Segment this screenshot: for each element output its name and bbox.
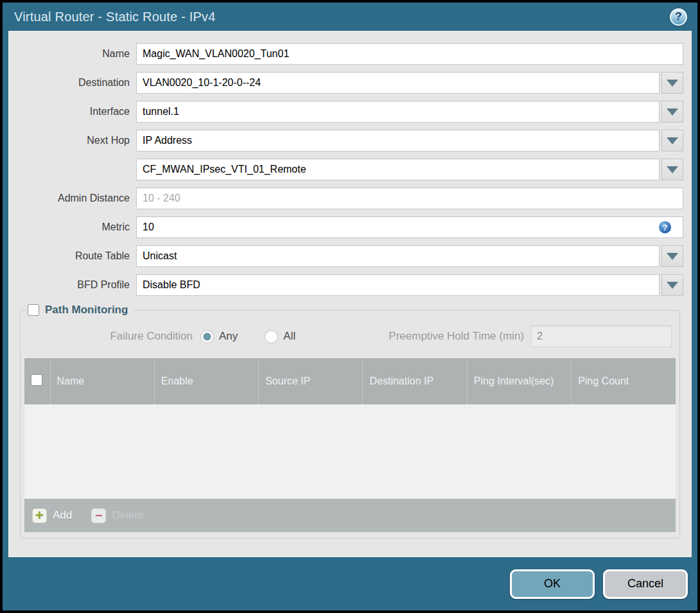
failure-condition-radios: Any All	[200, 330, 295, 343]
delete-button[interactable]: − Delete	[91, 508, 143, 523]
admin-distance-input[interactable]	[136, 187, 683, 209]
next-hop-address-row	[9, 159, 691, 180]
chevron-down-icon	[667, 80, 678, 87]
failure-condition-all-option[interactable]: All	[265, 330, 295, 343]
metric-row: Metric ?	[9, 216, 691, 238]
bfd-profile-input[interactable]	[136, 274, 660, 296]
column-header-ping-count: Ping Count	[572, 358, 676, 404]
name-input[interactable]	[136, 43, 683, 65]
admin-distance-label: Admin Distance	[9, 193, 130, 204]
interface-input[interactable]	[136, 101, 660, 123]
next-hop-address-dropdown-button[interactable]	[661, 159, 683, 180]
next-hop-address-input[interactable]	[136, 159, 660, 180]
dialog-body: Name Destination Interface	[8, 31, 692, 557]
destination-input[interactable]	[136, 72, 660, 94]
path-monitoring-section: Path Monitoring Failure Condition Any Al…	[20, 304, 680, 539]
name-row: Name	[9, 43, 691, 65]
metric-help-icon[interactable]: ?	[659, 221, 671, 234]
destination-label: Destination	[9, 77, 130, 89]
minus-icon: −	[91, 508, 106, 523]
chevron-down-icon	[667, 253, 678, 260]
static-route-dialog: Virtual Router - Static Route - IPv4 ? N…	[0, 0, 700, 613]
cancel-button[interactable]: Cancel	[603, 569, 688, 599]
plus-icon: +	[32, 508, 47, 523]
column-header-enable: Enable	[154, 358, 258, 404]
path-monitoring-title: Path Monitoring	[45, 304, 128, 316]
bfd-profile-dropdown-button[interactable]	[661, 274, 683, 296]
add-button[interactable]: + Add	[32, 508, 72, 523]
next-hop-type-dropdown-button[interactable]	[661, 130, 683, 151]
next-hop-label: Next Hop	[9, 135, 130, 146]
metric-input[interactable]	[136, 216, 683, 238]
chevron-down-icon	[667, 108, 678, 116]
dialog-button-bar: OK Cancel	[3, 557, 697, 610]
interface-dropdown-button[interactable]	[661, 101, 683, 123]
select-all-checkbox[interactable]	[31, 374, 42, 386]
interface-label: Interface	[9, 106, 130, 117]
column-header-source-ip: Source IP	[259, 358, 363, 404]
column-header-destination-ip: Destination IP	[363, 358, 467, 404]
route-table-label: Route Table	[9, 250, 130, 262]
all-radio[interactable]	[265, 330, 278, 343]
admin-distance-row: Admin Distance	[9, 187, 691, 209]
chevron-down-icon	[667, 137, 678, 144]
table-footer: + Add − Delete	[24, 499, 676, 532]
help-icon[interactable]: ?	[670, 8, 687, 26]
destination-row: Destination	[9, 72, 691, 94]
name-label: Name	[9, 48, 130, 60]
table-empty-body	[24, 404, 676, 499]
next-hop-row: Next Hop	[9, 130, 691, 151]
column-header-name: Name	[50, 358, 154, 404]
dialog-titlebar: Virtual Router - Static Route - IPv4 ?	[3, 3, 697, 31]
any-radio[interactable]	[200, 330, 214, 343]
destination-dropdown-button[interactable]	[661, 72, 683, 94]
chevron-down-icon	[667, 282, 678, 289]
dialog-title: Virtual Router - Static Route - IPv4	[14, 10, 216, 24]
route-table-dropdown-button[interactable]	[661, 245, 683, 267]
column-header-ping-interval: Ping Interval(sec)	[467, 358, 571, 404]
next-hop-type-input[interactable]	[136, 130, 660, 151]
path-monitoring-table: Name Enable Source IP Destination IP Pin…	[24, 358, 676, 532]
failure-condition-any-option[interactable]: Any	[200, 330, 238, 343]
failure-condition-row: Failure Condition Any All Preemptive Hol…	[24, 325, 676, 347]
ok-button[interactable]: OK	[510, 569, 595, 599]
interface-row: Interface	[9, 101, 691, 123]
chevron-down-icon	[667, 166, 678, 173]
metric-label: Metric	[9, 221, 130, 233]
bfd-profile-label: BFD Profile	[9, 279, 130, 291]
bfd-profile-row: BFD Profile	[9, 274, 691, 296]
preemptive-hold-label: Preemptive Hold Time (min)	[389, 330, 524, 343]
path-monitoring-checkbox[interactable]	[28, 304, 39, 316]
route-table-input[interactable]	[136, 245, 660, 267]
preemptive-hold-input	[530, 325, 672, 347]
route-table-row: Route Table	[9, 245, 691, 267]
failure-condition-label: Failure Condition	[24, 330, 193, 343]
